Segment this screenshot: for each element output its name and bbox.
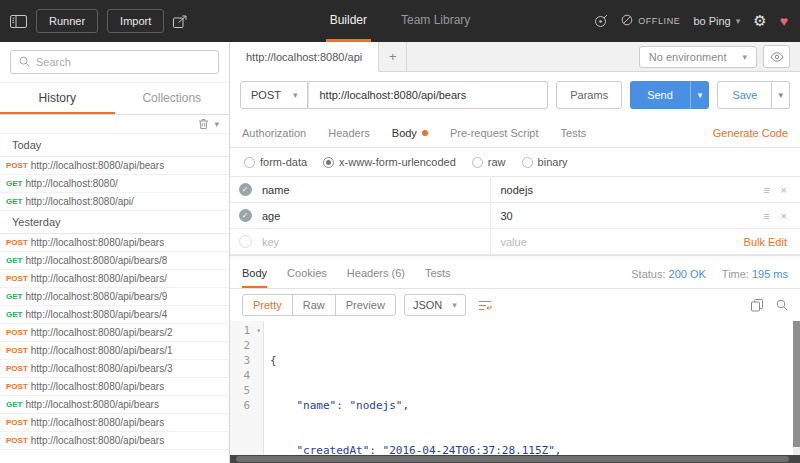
environment-selector[interactable]: No environment ▾: [639, 46, 757, 68]
response-tab-tests[interactable]: Tests: [425, 259, 451, 288]
tab-history[interactable]: History: [0, 83, 115, 114]
gear-icon[interactable]: ⚙: [753, 12, 766, 30]
key-cell[interactable]: name: [260, 177, 491, 202]
drag-handle-icon[interactable]: ≡: [763, 210, 769, 222]
save-button[interactable]: Save: [717, 81, 772, 109]
history-item[interactable]: GEThttp://localhost:8080/api/bears: [0, 396, 229, 414]
save-options-icon[interactable]: ▾: [772, 81, 790, 109]
heart-icon[interactable]: ♥: [780, 13, 788, 29]
history-item[interactable]: GEThttp://localhost:8080/api/: [0, 193, 229, 211]
history-item[interactable]: GEThttp://localhost:8080/: [0, 175, 229, 193]
fold-icon[interactable]: ▾: [256, 323, 261, 338]
history-item[interactable]: POSThttp://localhost:8080/api/bears: [0, 432, 229, 450]
chevron-down-icon: ▾: [736, 16, 741, 26]
sidebar-toggle-icon[interactable]: [10, 15, 27, 28]
history-item[interactable]: POSThttp://localhost:8080/api/bears: [0, 378, 229, 396]
bulk-edit-link[interactable]: Bulk Edit: [744, 236, 787, 248]
method-label: POST: [6, 238, 28, 247]
tab-pre-request-script[interactable]: Pre-request Script: [450, 127, 539, 139]
tab-tests[interactable]: Tests: [561, 127, 587, 139]
trash-icon[interactable]: [198, 118, 209, 130]
environment-label: No environment: [649, 51, 727, 63]
scrollbar-thumb[interactable]: [793, 321, 800, 447]
history-item[interactable]: POSThttp://localhost:8080/api/bears/: [0, 270, 229, 288]
search-response-icon[interactable]: [776, 299, 788, 311]
method-select[interactable]: POST ▾: [240, 81, 308, 109]
history-item[interactable]: GEThttp://localhost:8080/api/bears/4: [0, 306, 229, 324]
tab-collections[interactable]: Collections: [115, 83, 230, 114]
line-number: 2: [230, 338, 263, 353]
view-raw-button[interactable]: Raw: [292, 294, 336, 316]
mode-binary[interactable]: binary: [522, 156, 568, 168]
runner-button[interactable]: Runner: [36, 9, 98, 33]
offline-label: OFFLINE: [638, 16, 680, 26]
history-item[interactable]: POSThttp://localhost:8080/api/bears: [0, 414, 229, 432]
history-item[interactable]: POSThttp://localhost:8080/api/bears/3: [0, 360, 229, 378]
response-tab-headers[interactable]: Headers (6): [347, 259, 405, 288]
tab-builder[interactable]: Builder: [326, 0, 371, 42]
method-label: POST: [6, 274, 28, 283]
time-badge: Time:195 ms: [722, 268, 788, 280]
request-editor-tabs: Authorization Headers Body Pre-request S…: [230, 118, 800, 148]
mode-form-data[interactable]: form-data: [244, 156, 307, 168]
history-item[interactable]: POSThttp://localhost:8080/api/bears: [0, 234, 229, 252]
search-input[interactable]: [36, 56, 210, 68]
wrap-lines-icon[interactable]: [478, 300, 492, 311]
remove-row-icon[interactable]: ×: [781, 210, 787, 222]
satellite-icon[interactable]: [594, 14, 608, 28]
method-label: POST: [6, 328, 28, 337]
format-label: JSON: [413, 299, 442, 311]
request-tab[interactable]: http://localhost:8080/api: [230, 42, 379, 72]
environment-preview-icon[interactable]: [763, 45, 790, 68]
mode-raw[interactable]: raw: [472, 156, 506, 168]
copy-icon[interactable]: [751, 299, 763, 312]
generate-code-link[interactable]: Generate Code: [713, 127, 788, 139]
key-cell[interactable]: age: [260, 203, 491, 228]
value-cell[interactable]: nodejs: [491, 177, 729, 202]
history-item[interactable]: GEThttp://localhost:8080/api/bears/8: [0, 252, 229, 270]
send-button[interactable]: Send: [630, 81, 690, 109]
key-cell[interactable]: key: [260, 229, 491, 254]
value-cell[interactable]: 30: [491, 203, 729, 228]
history-item[interactable]: GEThttp://localhost:8080/api/bears/9: [0, 288, 229, 306]
tab-headers[interactable]: Headers: [328, 127, 370, 139]
drag-handle-icon[interactable]: ≡: [763, 184, 769, 196]
line-number: 1▾: [230, 323, 263, 338]
mode-label: x-www-form-urlencoded: [339, 156, 456, 168]
sync-off-icon: [621, 14, 633, 28]
new-tab-button[interactable]: +: [379, 42, 407, 71]
url-input[interactable]: [308, 81, 548, 109]
history-item[interactable]: POSThttp://localhost:8080/api/bears/2: [0, 324, 229, 342]
send-options-icon[interactable]: ▾: [690, 81, 710, 109]
response-tab-body[interactable]: Body: [242, 259, 267, 288]
horizontal-scrollbar[interactable]: [230, 455, 800, 463]
chevron-down-icon[interactable]: ▾: [214, 119, 219, 129]
response-tab-cookies[interactable]: Cookies: [287, 259, 327, 288]
row-enabled-checkbox[interactable]: ✓: [239, 183, 252, 196]
view-preview-button[interactable]: Preview: [335, 294, 396, 316]
row-enabled-checkbox[interactable]: ✓: [239, 209, 252, 222]
params-button[interactable]: Params: [556, 81, 622, 109]
new-window-icon[interactable]: [173, 15, 188, 28]
tab-team-library[interactable]: Team Library: [397, 0, 474, 42]
sync-status[interactable]: OFFLINE: [621, 14, 680, 28]
body-mode-selector: form-data x-www-form-urlencoded raw bina…: [230, 148, 800, 176]
history-item[interactable]: POSThttp://localhost:8080/api/bears: [0, 157, 229, 175]
scrollbar-thumb[interactable]: [236, 456, 789, 462]
import-button[interactable]: Import: [107, 9, 164, 33]
format-select[interactable]: JSON ▾: [404, 294, 466, 316]
history-item[interactable]: POSThttp://localhost:8080/api/bears/1: [0, 342, 229, 360]
remove-row-icon[interactable]: ×: [781, 184, 787, 196]
vertical-scrollbar[interactable]: [793, 321, 800, 455]
mode-x-www-form-urlencoded[interactable]: x-www-form-urlencoded: [323, 156, 456, 168]
line-number-gutter: 1▾ 2 3 4 5 6: [230, 321, 264, 455]
row-enabled-checkbox[interactable]: [239, 235, 252, 248]
radio-selected-icon: [323, 157, 334, 168]
value-cell[interactable]: value: [491, 229, 729, 254]
view-pretty-button[interactable]: Pretty: [242, 294, 293, 316]
tab-body[interactable]: Body: [392, 127, 428, 139]
user-menu[interactable]: bo Ping ▾: [693, 15, 740, 27]
tab-label: Body: [392, 127, 417, 139]
tab-authorization[interactable]: Authorization: [242, 127, 306, 139]
chevron-down-icon: ▾: [452, 300, 457, 310]
